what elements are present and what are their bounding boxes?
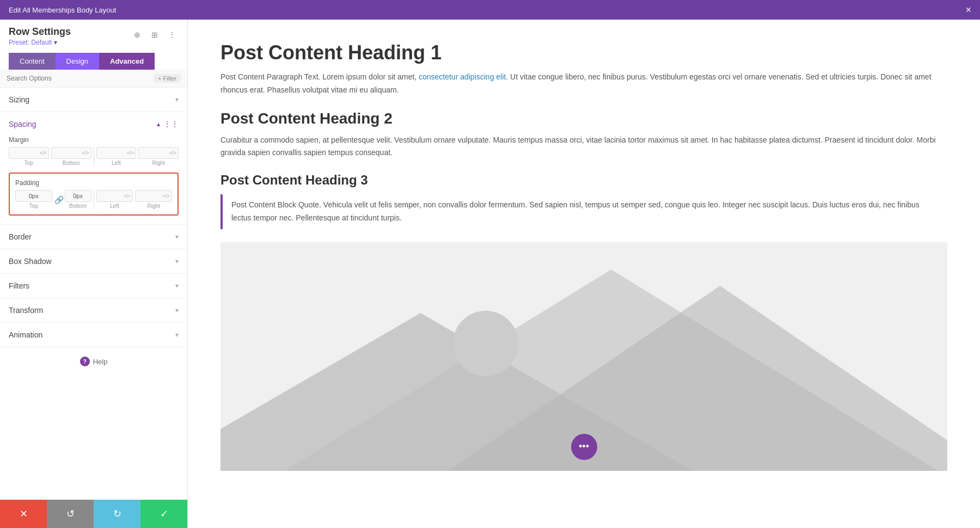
padding-left-wrap: </> Left: [96, 190, 133, 209]
padding-right-label: Right: [147, 203, 160, 209]
content-paragraph-1: Post Content Paragraph Text. Lorem ipsum…: [220, 71, 947, 97]
box-shadow-chevron-icon: ▾: [175, 257, 179, 265]
padding-left-input[interactable]: [97, 191, 124, 201]
top-bar-title: Edit All Memberships Body Layout: [9, 6, 116, 14]
content-blockquote: Post Content Block Quote. Vehicula velit…: [220, 194, 947, 229]
top-bar: Edit All Memberships Body Layout ×: [0, 0, 980, 20]
content-area: Post Content Heading 1 Post Content Para…: [188, 20, 980, 528]
preset-label[interactable]: Preset: Default ▾: [9, 39, 71, 46]
section-sizing-header[interactable]: Sizing ▾: [0, 88, 187, 112]
section-border: Border ▾: [0, 225, 187, 249]
columns-icon[interactable]: ⊞: [148, 28, 161, 41]
margin-right-group: </> Left </> Right: [96, 147, 179, 166]
content-paragraph-2: Curabitur a commodo sapien, at pellentes…: [220, 134, 947, 160]
transform-chevron-icon: ▾: [175, 306, 179, 314]
padding-inputs-row: 0px Top 🔗 0px: [15, 190, 172, 209]
placeholder-image: •••: [220, 242, 947, 471]
section-spacing-header[interactable]: Spacing ▴ ⋮⋮: [0, 112, 187, 136]
margin-left-wrap: </> Left: [96, 147, 137, 166]
main-layout: Row Settings Preset: Default ▾ ⊕ ⊞ ⋮ Con…: [0, 20, 980, 528]
margin-group: Margin </> Top: [9, 136, 179, 166]
section-animation-title: Animation: [9, 330, 42, 339]
section-border-header[interactable]: Border ▾: [0, 225, 187, 249]
filter-button[interactable]: + Filter: [154, 74, 181, 83]
section-transform-title: Transform: [9, 306, 43, 315]
padding-lr-group: </> Left </> Right: [96, 190, 173, 209]
margin-top-input[interactable]: [9, 148, 40, 158]
spacing-content: Margin </> Top: [0, 136, 187, 224]
section-transform: Transform ▾: [0, 298, 187, 323]
sidebar: Row Settings Preset: Default ▾ ⊕ ⊞ ⋮ Con…: [0, 20, 188, 528]
section-box-shadow-title: Box Shadow: [9, 257, 52, 266]
padding-tb-group: 0px Top 🔗 0px: [15, 190, 91, 209]
section-box-shadow: Box Shadow ▾: [0, 249, 187, 274]
section-animation-header[interactable]: Animation ▾: [0, 323, 187, 347]
padding-group: Padding 0px Top 🔗: [9, 173, 179, 216]
save-button[interactable]: ✓: [140, 500, 187, 528]
margin-left-label: Left: [112, 160, 121, 166]
padding-top-wrap: 0px Top: [15, 190, 52, 209]
section-filters-title: Filters: [9, 281, 29, 290]
help-section: ? Help: [0, 347, 187, 375]
help-button[interactable]: ? Help: [80, 357, 108, 366]
padding-top-label: Top: [29, 203, 38, 209]
help-icon: ?: [80, 357, 90, 366]
section-border-title: Border: [9, 232, 32, 241]
row-settings-title: Row Settings: [9, 26, 71, 38]
more-icon[interactable]: ⋮: [166, 28, 179, 41]
padding-left-label: Left: [110, 203, 119, 209]
tab-content[interactable]: Content: [9, 53, 56, 70]
section-spacing: Spacing ▴ ⋮⋮ Margin: [0, 112, 187, 225]
padding-divider: [94, 190, 94, 209]
section-filters: Filters ▾: [0, 274, 187, 298]
redo-button[interactable]: ↻: [94, 500, 140, 528]
content-link[interactable]: consectetur adipiscing elit.: [419, 72, 508, 81]
search-input[interactable]: [7, 75, 150, 82]
margin-left-group: </> Top </> Bottom: [9, 147, 91, 166]
close-icon[interactable]: ×: [965, 5, 971, 15]
section-animation: Animation ▾: [0, 323, 187, 347]
margin-right-wrap: </> Right: [138, 147, 179, 166]
placeholder-circle: [453, 311, 518, 376]
margin-left-input[interactable]: [97, 148, 127, 158]
padding-bottom-label: Bottom: [69, 203, 87, 209]
target-icon[interactable]: ⊕: [131, 28, 144, 41]
section-box-shadow-header[interactable]: Box Shadow ▾: [0, 249, 187, 273]
tab-design[interactable]: Design: [56, 53, 99, 70]
content-heading-2: Post Content Heading 2: [220, 110, 947, 127]
fab-button[interactable]: •••: [571, 434, 597, 460]
header-actions: ⊕ ⊞ ⋮: [131, 26, 179, 41]
margin-divider: [94, 147, 94, 166]
chevron-down-icon: ▾: [175, 96, 179, 103]
margin-bottom-wrap: </> Bottom: [51, 147, 91, 166]
margin-right-label: Right: [152, 160, 164, 166]
cancel-button[interactable]: ✕: [0, 500, 47, 528]
margin-label: Margin: [9, 136, 179, 144]
spacing-dots-icon[interactable]: ⋮⋮: [163, 120, 179, 128]
section-transform-header[interactable]: Transform ▾: [0, 298, 187, 322]
content-heading-3: Post Content Heading 3: [220, 173, 947, 188]
margin-inputs-row: </> Top </> Bottom: [9, 147, 179, 166]
section-filters-header[interactable]: Filters ▾: [0, 274, 187, 298]
link-icon[interactable]: 🔗: [54, 194, 64, 205]
padding-bottom-input[interactable]: 0px: [65, 191, 91, 201]
chevron-up-icon: ▴: [157, 120, 160, 128]
undo-button[interactable]: ↺: [47, 500, 94, 528]
tab-advanced[interactable]: Advanced: [99, 53, 155, 70]
bottom-bar: ✕ ↺ ↻ ✓: [0, 500, 187, 528]
content-heading-1: Post Content Heading 1: [220, 41, 947, 64]
padding-top-input[interactable]: 0px: [16, 191, 52, 201]
padding-right-wrap: </> Right: [135, 190, 172, 209]
animation-chevron-icon: ▾: [175, 331, 179, 339]
section-spacing-title: Spacing: [9, 120, 36, 128]
padding-right-input[interactable]: [136, 191, 163, 201]
sidebar-header: Row Settings Preset: Default ▾ ⊕ ⊞ ⋮ Con…: [0, 20, 187, 70]
padding-label: Padding: [15, 179, 172, 187]
margin-bottom-label: Bottom: [63, 160, 80, 166]
margin-top-label: Top: [24, 160, 33, 166]
margin-right-input[interactable]: [139, 148, 169, 158]
help-label: Help: [93, 358, 108, 366]
margin-bottom-input[interactable]: [52, 148, 82, 158]
tabs: Content Design Advanced: [9, 53, 179, 70]
spacing-actions: ▴ ⋮⋮: [157, 120, 179, 128]
